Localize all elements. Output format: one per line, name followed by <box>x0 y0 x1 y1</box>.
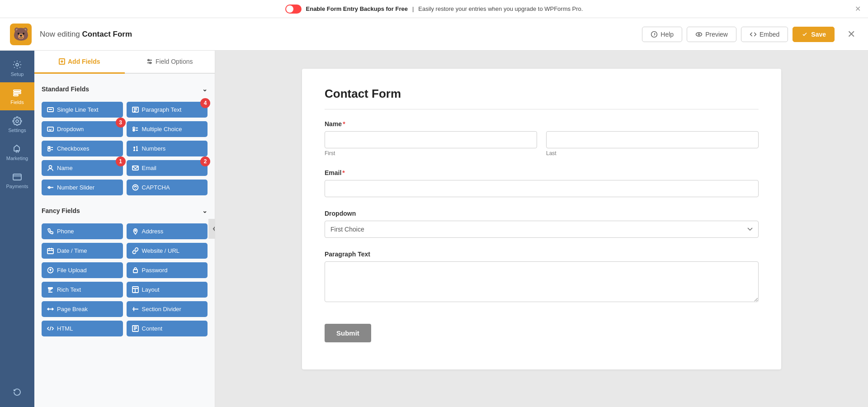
paragraph-label: Paragraph Text <box>325 251 759 258</box>
field-btn-number-slider[interactable]: Number Slider <box>42 180 123 195</box>
fancy-fields-grid: Phone Address Date / Time Website / URL <box>42 223 208 336</box>
preview-icon <box>695 31 703 38</box>
field-btn-file-upload[interactable]: File Upload <box>42 262 123 278</box>
divider-icon <box>132 306 139 312</box>
tab-field-options-label: Field Options <box>156 58 193 65</box>
svg-point-21 <box>48 187 50 189</box>
slider-icon <box>47 184 54 191</box>
checkbox-icon <box>47 145 54 152</box>
name-last-input[interactable] <box>546 131 759 148</box>
paragraph-textarea[interactable] <box>325 261 759 302</box>
panel-collapse-arrow[interactable] <box>208 219 215 239</box>
payments-icon <box>12 172 22 182</box>
main-layout: Setup Fields Settings Marketing Payments… <box>0 51 868 407</box>
submit-button[interactable]: Submit <box>325 324 371 342</box>
field-btn-captcha[interactable]: CAPTCHA <box>127 180 208 195</box>
form-field-paragraph: Paragraph Text <box>325 251 759 304</box>
sidebar-item-setup[interactable]: Setup <box>0 54 34 82</box>
editing-label: Now editing Contact Form <box>40 30 635 39</box>
close-editor-button[interactable]: ✕ <box>844 27 859 42</box>
text-icon <box>47 106 54 113</box>
svg-rect-25 <box>47 249 53 254</box>
field-btn-dropdown[interactable]: Dropdown 3 <box>42 121 123 137</box>
sidebar-item-label: Payments <box>6 184 28 189</box>
field-btn-rich-text[interactable]: Rich Text <box>42 282 123 298</box>
field-btn-name[interactable]: Name 1 <box>42 160 123 176</box>
field-btn-address[interactable]: Address <box>127 223 208 239</box>
save-button[interactable]: Save <box>793 27 835 42</box>
field-btn-content[interactable]: Content <box>127 321 208 336</box>
form-canvas: Contact Form Name* First Last <box>302 69 781 369</box>
svg-rect-14 <box>47 127 53 131</box>
svg-point-15 <box>133 127 135 129</box>
name-first-label: First <box>325 150 537 156</box>
field-btn-numbers[interactable]: Numbers <box>127 141 208 156</box>
svg-rect-4 <box>14 90 21 91</box>
name-icon <box>47 165 54 171</box>
svg-point-11 <box>150 62 151 64</box>
field-btn-date-time[interactable]: Date / Time <box>42 243 123 259</box>
help-button[interactable]: Help <box>642 27 682 42</box>
tab-add-fields-label: Add Fields <box>68 58 100 65</box>
svg-point-22 <box>132 185 138 190</box>
svg-point-1 <box>696 33 702 36</box>
name-badge: 1 <box>116 156 126 166</box>
field-btn-single-line-text[interactable]: Single Line Text <box>42 102 123 118</box>
field-btn-paragraph-text[interactable]: Paragraph Text 4 <box>127 102 208 118</box>
standard-fields-header[interactable]: Standard Fields ⌄ <box>42 81 208 97</box>
dropdown-select[interactable]: First Choice <box>325 221 759 238</box>
svg-point-19 <box>49 166 52 168</box>
sidebar-item-settings[interactable]: Settings <box>0 110 34 138</box>
field-btn-email[interactable]: Email 2 <box>127 160 208 176</box>
field-btn-password[interactable]: Password <box>127 262 208 278</box>
date-icon <box>47 247 54 254</box>
field-btn-phone[interactable]: Phone <box>42 223 123 239</box>
embed-button[interactable]: Embed <box>741 27 788 42</box>
form-field-name: Name* First Last <box>325 120 759 156</box>
svg-rect-6 <box>14 95 18 96</box>
field-btn-html[interactable]: HTML <box>42 321 123 336</box>
email-required: * <box>342 169 344 176</box>
notif-separator: | <box>412 5 414 12</box>
tab-field-options[interactable]: Field Options <box>125 51 215 74</box>
sidebar-item-label: Settings <box>8 128 26 133</box>
standard-fields-chevron: ⌄ <box>202 85 208 93</box>
name-first-input[interactable] <box>325 131 537 148</box>
field-btn-multiple-choice[interactable]: Multiple Choice <box>127 121 208 137</box>
marketing-icon <box>12 144 22 154</box>
svg-point-23 <box>135 188 136 189</box>
form-title: Contact Form <box>325 87 759 109</box>
fancy-fields-header[interactable]: Fancy Fields ⌄ <box>42 203 208 219</box>
svg-rect-18 <box>48 149 50 151</box>
svg-point-3 <box>16 63 19 66</box>
email-input[interactable] <box>325 180 759 197</box>
embed-icon <box>750 31 757 38</box>
field-btn-website-url[interactable]: Website / URL <box>127 243 208 259</box>
sidebar-item-label: Fields <box>10 99 24 105</box>
field-btn-section-divider[interactable]: Section Divider <box>127 301 208 317</box>
settings-icon <box>12 116 22 126</box>
close-notif-button[interactable]: ✕ <box>855 5 861 13</box>
url-icon <box>132 247 139 254</box>
sidebar-item-marketing[interactable]: Marketing <box>0 138 34 166</box>
notif-description: Easily restore your entries when you upg… <box>418 5 583 12</box>
preview-button[interactable]: Preview <box>687 27 736 42</box>
field-btn-page-break[interactable]: Page Break <box>42 301 123 317</box>
sidebar-item-fields[interactable]: Fields <box>0 82 34 110</box>
name-row: First Last <box>325 131 759 156</box>
fancy-fields-chevron: ⌄ <box>202 207 208 214</box>
fields-icon <box>12 88 22 98</box>
backup-toggle[interactable] <box>285 5 302 14</box>
form-area: Contact Form Name* First Last <box>215 51 868 407</box>
field-btn-checkboxes[interactable]: Checkboxes <box>42 141 123 156</box>
tab-add-fields[interactable]: Add Fields <box>34 51 125 74</box>
form-field-dropdown: Dropdown First Choice <box>325 210 759 238</box>
notif-title: Enable Form Entry Backups for Free <box>306 5 408 12</box>
svg-rect-20 <box>132 166 138 170</box>
sidebar-item-history[interactable] <box>0 382 34 402</box>
numbers-icon <box>132 145 139 152</box>
sidebar-item-payments[interactable]: Payments <box>0 166 34 194</box>
paragraph-badge: 4 <box>200 98 210 108</box>
field-btn-layout[interactable]: Layout <box>127 282 208 298</box>
svg-point-24 <box>135 230 136 232</box>
